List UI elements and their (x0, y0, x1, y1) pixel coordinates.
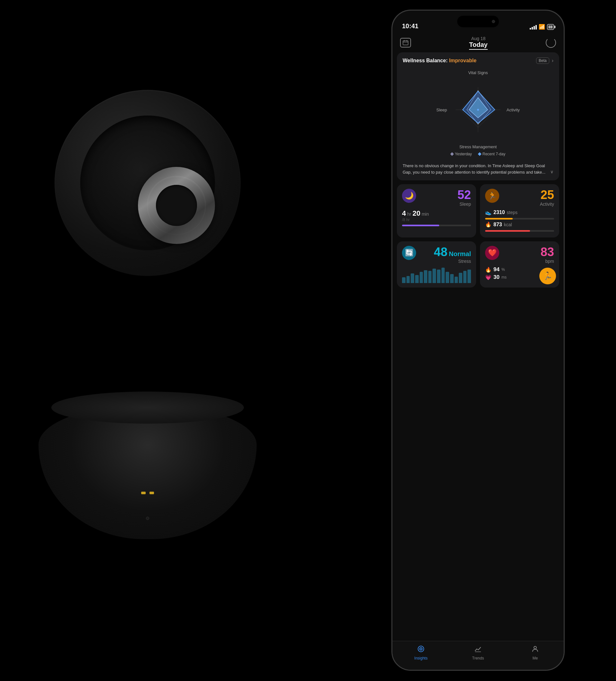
trends-icon (474, 645, 482, 655)
bar-15 (467, 270, 471, 283)
expand-icon[interactable]: ∨ (550, 169, 554, 175)
status-time: 10:41 (402, 23, 418, 30)
bar3 (534, 26, 535, 29)
activity-card[interactable]: 🏃 25 Activity 👟 2310 steps (480, 184, 559, 237)
stress-card[interactable]: 🔄 48 Normal Stress (397, 241, 476, 287)
insights-label: Insights (414, 656, 427, 660)
svg-point-16 (534, 646, 536, 649)
phone-screen: 10:41 📶 69 (392, 10, 564, 670)
bar-5 (424, 270, 427, 283)
battery-tip (555, 26, 555, 28)
activity-icon: 🏃 (485, 189, 499, 203)
wellness-description: There is no obvious change in your condi… (403, 163, 554, 175)
wellness-title-group: Wellness Balance: Improvable (403, 58, 477, 64)
heart-unit: bpm (541, 259, 554, 264)
activity-float-button[interactable]: 🏃 (539, 268, 556, 284)
phone-frame: 10:41 📶 69 (391, 10, 565, 671)
heart-score-area: 83 bpm (541, 246, 554, 264)
sleep-hr-unit: hr (407, 211, 411, 217)
beta-badge: Beta (536, 57, 549, 64)
heart-score: 83 (541, 246, 554, 258)
sleep-min-unit: min (421, 211, 429, 217)
bar-10 (446, 272, 449, 283)
steps-value: 2310 (493, 209, 505, 215)
activity-label: Activity (540, 202, 554, 207)
bar-2 (411, 273, 414, 283)
status-icons: 📶 69 (530, 24, 554, 30)
sleep-score-area: 52 Sleep (458, 189, 471, 207)
legend-recent-icon (478, 152, 481, 156)
ring-device (38, 90, 263, 539)
wellness-header-right: Beta › (536, 57, 554, 64)
radar-label-activity: Activity (507, 107, 520, 112)
wellness-card[interactable]: Wellness Balance: Improvable Beta › Vita… (397, 52, 559, 180)
activity-calories-row: 🔥 873 kcal (485, 222, 554, 228)
radar-label-stress: Stress Management (459, 145, 497, 149)
me-label: Me (533, 656, 538, 660)
refresh-icon[interactable] (546, 37, 556, 48)
case-lid (55, 90, 240, 276)
bar-1 (407, 276, 410, 283)
hrv-ms-unit: ms (502, 275, 507, 279)
bar-9 (441, 268, 445, 283)
bottom-nav: Insights Trends (392, 641, 564, 670)
stress-normal-label: Normal (449, 250, 471, 257)
sleep-progress-bg (402, 225, 471, 226)
radar-legend: Yesterday Recent 7-day (451, 152, 505, 156)
dynamic-island (457, 16, 499, 27)
steps-unit: steps (507, 210, 517, 215)
sleep-label: Sleep (458, 202, 471, 207)
sleep-card[interactable]: 🌙 52 Sleep 4 hr 20 min (397, 184, 476, 237)
pin-1 (141, 491, 146, 494)
case-dot (146, 517, 149, 520)
metrics-grid-row1: 🌙 52 Sleep 4 hr 20 min (397, 184, 559, 237)
wellness-title-label: Wellness Balance: (403, 58, 447, 63)
stress-label: Stress (434, 259, 471, 264)
activity-float-icon: 🏃 (543, 272, 553, 280)
fire-icon-hrv: 🔥 (485, 267, 491, 273)
calories-unit: kcal (504, 222, 512, 227)
ring-wrapper (138, 167, 215, 244)
bar-0 (402, 277, 406, 283)
sleep-minutes: 20 (413, 209, 420, 218)
steps-progress-bg (485, 218, 554, 220)
nav-item-trends[interactable]: Trends (450, 645, 507, 660)
calendar-icon[interactable] (400, 38, 411, 48)
bar-12 (455, 277, 458, 283)
wifi-icon: 📶 (539, 24, 545, 30)
calories-value: 873 (493, 222, 502, 228)
nav-item-me[interactable]: Me (507, 645, 564, 660)
sleep-hours: 4 (402, 209, 406, 218)
bar-3 (415, 275, 419, 283)
hrv-percent-val: 94 (493, 267, 499, 273)
wellness-chevron-icon[interactable]: › (552, 58, 554, 64)
svg-rect-0 (403, 41, 408, 45)
shoe-icon: 👟 (485, 209, 491, 215)
svg-point-14 (420, 649, 421, 650)
sleep-time-row: 4 hr 20 min (402, 209, 471, 218)
radar-label-vital-signs: Vital Signs (468, 70, 488, 75)
heart-pulse-icon: 💗 (485, 274, 491, 280)
signal-bars-icon (530, 24, 537, 29)
stress-bar-chart (402, 267, 471, 283)
activity-card-header: 🏃 25 Activity (485, 189, 554, 207)
calories-progress-bg (485, 230, 554, 232)
wellness-header: Wellness Balance: Improvable Beta › (403, 57, 554, 64)
sleep-icon: 🌙 (402, 189, 416, 203)
ring-outer (138, 167, 215, 244)
bar1 (530, 28, 531, 29)
nav-today: Today (469, 41, 487, 50)
activity-score-area: 25 Activity (540, 189, 554, 207)
nav-item-insights[interactable]: Insights (392, 645, 450, 660)
heart-card[interactable]: ❤️ 83 bpm 🔥 94 % (480, 241, 559, 287)
insights-icon (417, 645, 425, 655)
nav-title-area: Aug 18 Today (469, 36, 487, 50)
bar-14 (463, 271, 467, 283)
heart-card-header: ❤️ 83 bpm (485, 246, 554, 264)
radar-label-sleep: Sleep (436, 107, 447, 112)
sleep-progress-fill (402, 225, 439, 226)
wellness-status: Improvable (449, 58, 477, 63)
nav-date: Aug 18 (471, 36, 485, 41)
ring-inner (156, 185, 197, 226)
stress-score-number: 48 (434, 245, 447, 259)
